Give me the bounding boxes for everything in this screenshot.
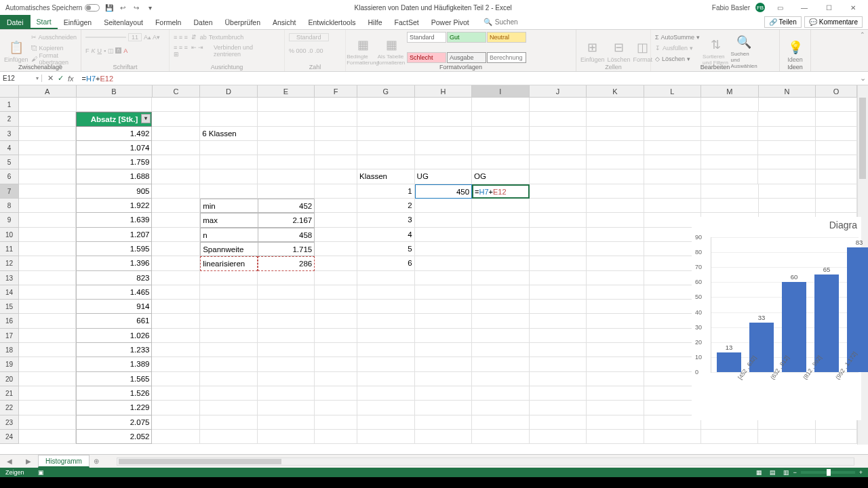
- cell-I7[interactable]: =H7+E12: [472, 184, 530, 199]
- cell-C22[interactable]: [152, 401, 200, 415]
- cell-L24[interactable]: [644, 430, 701, 444]
- col-header-A[interactable]: A: [19, 85, 77, 97]
- cell-G12[interactable]: 6: [357, 256, 414, 270]
- cell-A2[interactable]: [19, 112, 76, 126]
- cell-A9[interactable]: [19, 213, 76, 227]
- cell-A19[interactable]: [19, 357, 76, 371]
- zoom-slider[interactable]: [801, 471, 855, 474]
- cell-H18[interactable]: [415, 343, 472, 357]
- cell-H19[interactable]: [415, 357, 472, 371]
- row-header-20[interactable]: 20: [0, 372, 19, 386]
- cell-H21[interactable]: [415, 386, 472, 401]
- cell-O3[interactable]: [816, 127, 857, 141]
- share-button[interactable]: 🔗Teilen: [764, 16, 802, 28]
- tab-formeln[interactable]: Formeln: [149, 15, 188, 29]
- cell-E13[interactable]: [258, 271, 315, 285]
- cell-I9[interactable]: [472, 213, 529, 227]
- cell-K8[interactable]: [587, 199, 644, 213]
- expand-formula-bar-icon[interactable]: ⌄: [857, 74, 868, 83]
- cell-E10[interactable]: 458: [258, 228, 315, 242]
- cell-C7[interactable]: [152, 184, 200, 199]
- cell-F24[interactable]: [315, 430, 357, 444]
- qat-dropdown-icon[interactable]: ▾: [146, 3, 154, 12]
- cell-C5[interactable]: [152, 155, 200, 169]
- cell-G24[interactable]: [357, 430, 414, 444]
- cell-C13[interactable]: [152, 271, 200, 285]
- cell-G2[interactable]: [357, 112, 414, 126]
- cell-I1[interactable]: [472, 98, 530, 112]
- cell-C21[interactable]: [152, 386, 200, 401]
- cell-K21[interactable]: [587, 386, 644, 401]
- cell-B22[interactable]: 1.229: [76, 401, 152, 415]
- row-header-12[interactable]: 12: [0, 256, 19, 270]
- cell-N2[interactable]: [758, 112, 815, 126]
- cut-button[interactable]: ✂ Ausschneiden: [31, 32, 77, 43]
- cell-F4[interactable]: [315, 141, 357, 155]
- style-ausgabe[interactable]: Ausgabe: [447, 52, 486, 63]
- cell-A23[interactable]: [19, 415, 76, 430]
- cell-B19[interactable]: 1.389: [76, 357, 152, 371]
- cell-N1[interactable]: [759, 98, 816, 112]
- cell-D12[interactable]: linearisieren: [200, 256, 258, 270]
- cell-A4[interactable]: [19, 141, 76, 155]
- cell-O4[interactable]: [816, 141, 857, 155]
- cell-C20[interactable]: [152, 372, 200, 386]
- cell-K16[interactable]: [587, 314, 644, 328]
- cell-N5[interactable]: [758, 155, 815, 169]
- cell-D16[interactable]: [200, 314, 257, 328]
- row-header-16[interactable]: 16: [0, 314, 19, 328]
- cell-E20[interactable]: [258, 372, 315, 386]
- cell-I17[interactable]: [472, 329, 529, 343]
- cell-A21[interactable]: [19, 386, 76, 401]
- cell-K9[interactable]: [587, 213, 644, 227]
- cell-K24[interactable]: [587, 430, 644, 444]
- cell-C6[interactable]: [152, 169, 200, 184]
- cell-O6[interactable]: [816, 169, 857, 184]
- cell-C4[interactable]: [152, 141, 200, 155]
- cell-B8[interactable]: 1.922: [76, 199, 152, 213]
- cell-D20[interactable]: [200, 372, 257, 386]
- cell-D17[interactable]: [200, 329, 257, 343]
- cell-M2[interactable]: [701, 112, 758, 126]
- cell-J11[interactable]: [530, 242, 587, 256]
- cell-G5[interactable]: [357, 155, 414, 169]
- fill-button[interactable]: ↧ Ausfüllen ▾: [655, 43, 700, 54]
- row-header-15[interactable]: 15: [0, 300, 19, 314]
- cell-K2[interactable]: [587, 112, 644, 126]
- cell-E15[interactable]: [258, 300, 315, 314]
- cell-E23[interactable]: [258, 415, 315, 430]
- cell-K15[interactable]: [587, 300, 644, 314]
- sheet-tab-histogramm[interactable]: Histogramm: [38, 455, 90, 468]
- cell-A10[interactable]: [19, 228, 76, 242]
- cell-I16[interactable]: [472, 314, 529, 328]
- cell-A22[interactable]: [19, 401, 76, 415]
- cell-D2[interactable]: [200, 112, 257, 126]
- cell-J13[interactable]: [530, 271, 587, 285]
- cell-G3[interactable]: [357, 127, 414, 141]
- cell-F18[interactable]: [315, 343, 357, 357]
- formula-input[interactable]: =H7+E12: [79, 75, 857, 83]
- cancel-formula-icon[interactable]: ✕: [47, 74, 54, 83]
- cell-N3[interactable]: [758, 127, 815, 141]
- cell-I4[interactable]: [472, 141, 529, 155]
- cell-I21[interactable]: [472, 386, 529, 401]
- cell-G18[interactable]: [357, 343, 414, 357]
- cell-J16[interactable]: [530, 314, 587, 328]
- col-header-N[interactable]: N: [759, 85, 816, 97]
- cell-F21[interactable]: [315, 386, 357, 401]
- cell-K14[interactable]: [587, 285, 644, 300]
- cell-B2[interactable]: Absatz [Stk.]▾: [76, 112, 152, 126]
- cell-G4[interactable]: [357, 141, 414, 155]
- cell-J1[interactable]: [530, 98, 587, 112]
- cell-A17[interactable]: [19, 329, 76, 343]
- cell-J2[interactable]: [530, 112, 587, 126]
- cell-B12[interactable]: 1.396: [76, 256, 152, 270]
- cell-G23[interactable]: [357, 415, 414, 430]
- cell-F16[interactable]: [315, 314, 357, 328]
- cell-D14[interactable]: [200, 285, 257, 300]
- cell-B1[interactable]: [77, 98, 153, 112]
- cell-H24[interactable]: [415, 430, 472, 444]
- fx-icon[interactable]: fx: [68, 75, 74, 83]
- col-header-L[interactable]: L: [644, 85, 702, 97]
- row-header-18[interactable]: 18: [0, 343, 19, 357]
